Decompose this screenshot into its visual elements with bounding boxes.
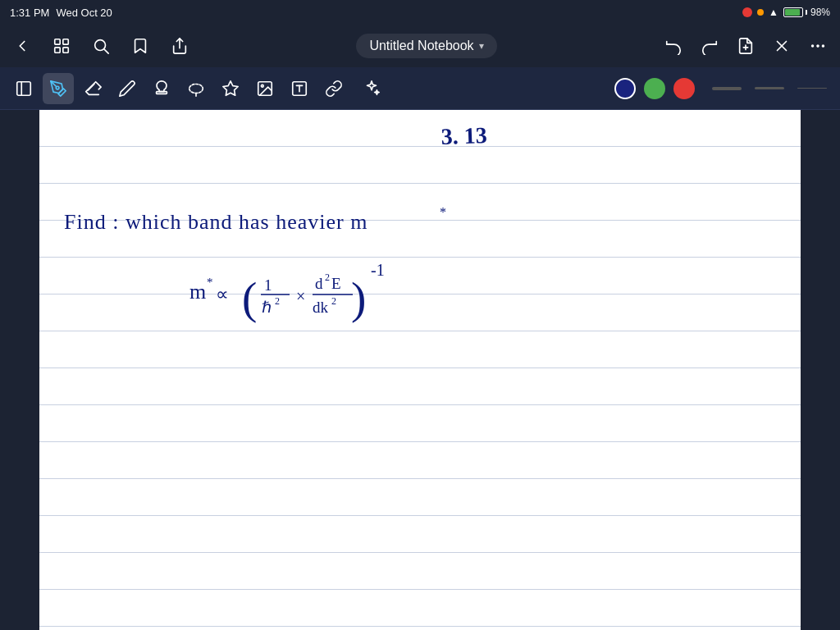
handwriting-layer: 3. 13 Find : which band has heavier m * …: [39, 110, 801, 630]
status-bar: 1:31 PM Wed Oct 20 ▲ 98%: [0, 0, 840, 25]
insert-image-button[interactable]: [249, 73, 281, 104]
svg-point-12: [817, 45, 819, 47]
notebook-title-button[interactable]: Untitled Notebook ▾: [356, 34, 496, 58]
stamp-tool-button[interactable]: [146, 73, 177, 104]
date-display: Wed Oct 20: [56, 7, 112, 19]
svg-rect-1: [63, 39, 68, 44]
grid-view-button[interactable]: [49, 34, 74, 58]
battery-percent: 98%: [810, 7, 830, 18]
svg-point-16: [56, 86, 59, 89]
color-red-swatch[interactable]: [673, 78, 695, 99]
favorite-tool-button[interactable]: [215, 73, 246, 104]
pencil-tool-button[interactable]: [112, 73, 143, 104]
pen-tool-button[interactable]: [43, 73, 74, 104]
nav-bar: Untitled Notebook ▾: [0, 25, 840, 67]
svg-text:3. 13: 3. 13: [441, 122, 487, 149]
recording-indicator: [742, 7, 752, 17]
bookmark-button[interactable]: [128, 34, 153, 58]
stroke-thick-button[interactable]: [707, 84, 746, 94]
title-chevron-icon: ▾: [479, 40, 484, 52]
battery-indicator: 98%: [783, 7, 830, 18]
svg-text:E: E: [331, 275, 341, 292]
svg-text:2: 2: [331, 295, 336, 307]
ai-tool-button[interactable]: [356, 73, 387, 104]
close-button[interactable]: [769, 34, 794, 58]
svg-text:Find :   which band has heavie: Find : which band has heavier m: [64, 210, 368, 234]
time-display: 1:31 PM: [10, 7, 49, 19]
svg-line-17: [89, 84, 94, 89]
nav-right: [661, 34, 830, 58]
nav-left: [10, 34, 192, 58]
svg-point-23: [261, 84, 263, 87]
lasso-tool-button[interactable]: [180, 73, 212, 104]
more-button[interactable]: [806, 34, 830, 58]
status-right: ▲ 98%: [742, 7, 830, 18]
color-navy-swatch[interactable]: [614, 78, 636, 99]
wifi-icon: ▲: [769, 7, 778, 18]
svg-rect-0: [55, 39, 60, 44]
svg-text:×: ×: [296, 287, 305, 305]
svg-text:*: *: [440, 205, 446, 219]
undo-button[interactable]: [661, 34, 686, 58]
color-green-swatch[interactable]: [644, 78, 665, 99]
svg-marker-21: [223, 80, 238, 94]
stroke-thin-button[interactable]: [792, 84, 832, 93]
svg-point-19: [189, 84, 203, 93]
svg-text:*: *: [207, 276, 213, 289]
svg-text:(: (: [242, 273, 257, 323]
svg-text:∝: ∝: [216, 284, 229, 304]
svg-line-5: [104, 49, 108, 53]
stroke-medium-button[interactable]: [750, 84, 789, 93]
redo-button[interactable]: [697, 34, 722, 58]
back-button[interactable]: [10, 34, 34, 58]
search-button[interactable]: [89, 34, 113, 58]
svg-text:ℏ: ℏ: [262, 299, 272, 316]
eraser-tool-button[interactable]: [77, 73, 108, 104]
svg-text:m: m: [189, 280, 206, 304]
text-tool-button[interactable]: [284, 73, 315, 104]
svg-text:): ): [351, 273, 366, 323]
link-tool-button[interactable]: [318, 73, 349, 104]
new-page-button[interactable]: [733, 34, 758, 58]
lined-paper: 3. 13 Find : which band has heavier m * …: [39, 110, 801, 630]
svg-text:-1: -1: [371, 261, 385, 279]
notebook-title: Untitled Notebook: [369, 39, 473, 53]
svg-rect-3: [63, 48, 68, 52]
svg-text:2: 2: [325, 272, 330, 283]
nav-center: Untitled Notebook ▾: [356, 34, 496, 58]
svg-point-13: [823, 45, 824, 47]
share-button[interactable]: [167, 34, 192, 58]
svg-text:1: 1: [264, 276, 272, 294]
status-left: 1:31 PM Wed Oct 20: [10, 7, 112, 19]
svg-point-11: [812, 45, 814, 47]
toolbar: [0, 67, 840, 110]
svg-rect-18: [157, 91, 167, 94]
svg-rect-14: [17, 81, 31, 95]
mic-indicator: [757, 9, 764, 16]
notebook-area[interactable]: 3. 13 Find : which band has heavier m * …: [39, 110, 801, 630]
svg-text:2: 2: [275, 295, 280, 307]
svg-text:d: d: [315, 275, 323, 292]
sidebar-toggle-button[interactable]: [8, 73, 39, 104]
svg-rect-2: [55, 48, 60, 52]
svg-text:dk: dk: [313, 299, 329, 316]
